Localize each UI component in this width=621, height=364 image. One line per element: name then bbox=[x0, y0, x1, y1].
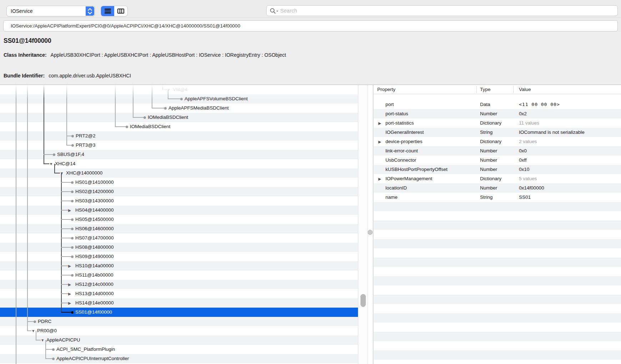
tree-connector-line bbox=[36, 331, 36, 340]
tree-connector-elbow bbox=[45, 349, 52, 350]
property-type: Dictionary bbox=[480, 174, 501, 183]
tree-item-label[interactable]: XHC@14000000 bbox=[66, 168, 102, 178]
property-row[interactable]: ▶port-statisticsDictionary11 values bbox=[374, 118, 621, 128]
tree-item-label[interactable]: AppleAPFSMediaBSDClient bbox=[168, 103, 229, 113]
property-name: IOGeneralInterest bbox=[385, 128, 424, 137]
property-row[interactable]: ▶IOPowerManagementDictionary5 values bbox=[374, 174, 621, 183]
property-row[interactable]: link-error-countNumber0x0 bbox=[374, 146, 621, 156]
column-view-icon bbox=[117, 9, 124, 14]
property-row[interactable]: kUSBHostPortPropertyOffsetNumber0x10 bbox=[374, 165, 621, 174]
disclosure-triangle-expanded-icon[interactable]: ▼ bbox=[60, 171, 64, 175]
disclosure-triangle-expanded-icon[interactable]: ▼ bbox=[167, 88, 171, 91]
tree-item-label[interactable]: HS14@14e00000 bbox=[75, 298, 114, 308]
tree-item-label[interactable]: PR00@0 bbox=[37, 326, 57, 335]
properties-pane: Property Type Value portData<11 00 00 00… bbox=[374, 85, 621, 364]
toolbar: IOService Search bbox=[0, 0, 621, 18]
search-scope-chevron-icon bbox=[277, 11, 278, 12]
tree-item-label[interactable]: HS03@14300000 bbox=[75, 196, 114, 206]
tree-item-label[interactable]: HS09@14900000 bbox=[75, 252, 114, 261]
tree-item-label[interactable]: PDRC bbox=[38, 317, 51, 326]
tree-item-label[interactable]: HS08@14800000 bbox=[75, 243, 114, 252]
tree-item-label[interactable]: PRT2@2 bbox=[76, 131, 95, 141]
disclosure-triangle-collapsed-icon[interactable]: ▶ bbox=[68, 283, 71, 286]
splitter-handle[interactable] bbox=[368, 230, 373, 235]
view-mode-segmented-control bbox=[101, 6, 128, 16]
tree-item-label[interactable]: SBUS@1F,4 bbox=[57, 150, 84, 159]
tree-item-label[interactable]: VM@4 bbox=[173, 85, 187, 94]
tree-leaf-dot-icon bbox=[71, 274, 74, 277]
column-separator[interactable] bbox=[476, 86, 477, 93]
property-row[interactable]: portData<11 00 00 00> bbox=[374, 100, 621, 109]
tree-connector-elbow bbox=[61, 182, 71, 183]
tree-item-label[interactable]: AppleAPFSVolumeBSDClient bbox=[185, 94, 248, 103]
property-row[interactable]: port-statusNumber0x2 bbox=[374, 109, 621, 118]
disclosure-triangle-collapsed-icon[interactable]: ▶ bbox=[68, 292, 71, 295]
tree-item-label[interactable]: PRT3@3 bbox=[76, 141, 95, 150]
tree-connector-elbow bbox=[61, 210, 68, 211]
tree-leaf-dot-icon bbox=[52, 348, 55, 351]
bundle-identifier-label: Bundle Identifier: bbox=[4, 73, 45, 79]
class-inheritance-label: Class Inheritance: bbox=[4, 52, 47, 58]
tree-connector-elbow bbox=[44, 163, 49, 164]
tree-item-label[interactable]: HS11@14b00000 bbox=[75, 271, 113, 280]
tree-item-label[interactable]: ACPI_SMC_PlatformPlugin bbox=[56, 345, 115, 354]
tree-leaf-dot-icon bbox=[53, 153, 55, 156]
property-row[interactable]: nameStringSS01 bbox=[374, 193, 621, 202]
tree-item-label[interactable]: HS04@14400000 bbox=[75, 206, 114, 215]
tree-scrollbar-track[interactable] bbox=[358, 85, 368, 364]
list-view-button[interactable] bbox=[101, 6, 114, 16]
tree-item-label[interactable]: AppleACPICPUInterruptController bbox=[56, 354, 129, 363]
tree-connector-line bbox=[44, 85, 44, 164]
disclosure-triangle-collapsed-icon[interactable]: ▶ bbox=[68, 264, 71, 268]
tree-item-label[interactable]: HS12@14c00000 bbox=[75, 280, 113, 289]
tree-connector-elbow bbox=[152, 108, 164, 108]
property-value: SS01 bbox=[519, 193, 531, 202]
class-inheritance-line: Class Inheritance:AppleUSB30XHCIPort : A… bbox=[4, 52, 286, 58]
tree-item-label[interactable]: AppleACPICPU bbox=[46, 335, 80, 345]
tree-leaf-dot-icon bbox=[71, 228, 74, 230]
tree-item-label[interactable]: XHC@14 bbox=[55, 159, 75, 168]
column-header-value[interactable]: Value bbox=[519, 85, 531, 94]
tree-item-label[interactable]: HS10@14a00000 bbox=[75, 261, 114, 271]
bundle-identifier-line: Bundle Identifier:com.apple.driver.usb.A… bbox=[4, 73, 131, 79]
property-type: Data bbox=[480, 100, 490, 109]
tree-connector-elbow bbox=[61, 312, 71, 313]
tree-leaf-dot-icon bbox=[71, 237, 74, 239]
tree-item-label[interactable]: HS07@14700000 bbox=[75, 233, 114, 243]
tree-item-label[interactable]: HS02@14200000 bbox=[75, 187, 114, 196]
tree-item-label[interactable]: IOMediaBSDClient bbox=[148, 113, 188, 122]
property-row[interactable]: IOGeneralInterestStringIOCommand is not … bbox=[374, 128, 621, 137]
tree-item-label[interactable]: HS06@14600000 bbox=[75, 224, 114, 233]
column-separator[interactable] bbox=[513, 86, 514, 93]
tree-connector-line bbox=[115, 85, 116, 127]
tree-connector-elbow bbox=[133, 117, 143, 118]
disclosure-triangle-collapsed-icon[interactable]: ▶ bbox=[378, 121, 381, 125]
column-header-property[interactable]: Property bbox=[377, 85, 395, 94]
column-header-type[interactable]: Type bbox=[480, 85, 490, 94]
disclosure-triangle-expanded-icon[interactable]: ▼ bbox=[49, 162, 53, 166]
tree-connector-elbow bbox=[61, 238, 71, 238]
disclosure-triangle-collapsed-icon[interactable]: ▶ bbox=[378, 140, 381, 143]
search-field[interactable]: Search bbox=[266, 5, 618, 16]
disclosure-triangle-collapsed-icon[interactable]: ▶ bbox=[68, 301, 71, 305]
tree-item-label[interactable]: HS01@14100000 bbox=[75, 178, 114, 187]
property-row[interactable]: locationIDNumber0x14f00000 bbox=[374, 183, 621, 193]
property-row[interactable]: ▶device-propertiesDictionary2 values bbox=[374, 137, 621, 146]
disclosure-triangle-expanded-icon[interactable]: ▼ bbox=[31, 329, 35, 333]
tree-item-label[interactable]: HS13@14d00000 bbox=[75, 289, 114, 298]
tree-connector-elbow bbox=[61, 275, 71, 275]
plane-selector-popup[interactable]: IOService bbox=[6, 6, 95, 16]
property-name: port bbox=[385, 100, 394, 109]
registry-path-field[interactable]: IOService:/AppleACPIPlatformExpert/PCI0@… bbox=[3, 20, 618, 31]
column-view-button[interactable] bbox=[114, 6, 127, 16]
disclosure-triangle-collapsed-icon[interactable]: ▶ bbox=[378, 177, 381, 181]
tree-item-label[interactable]: SS01@14f00000 bbox=[75, 308, 112, 317]
disclosure-triangle-collapsed-icon[interactable]: ▶ bbox=[68, 208, 71, 212]
disclosure-triangle-expanded-icon[interactable]: ▼ bbox=[41, 338, 44, 342]
property-row[interactable]: UsbConnectorNumber0xff bbox=[374, 156, 621, 165]
tree-item-label[interactable]: HS05@14500000 bbox=[75, 215, 114, 224]
tree-scrollbar-thumb[interactable] bbox=[360, 294, 366, 307]
tree-leaf-dot-icon bbox=[34, 320, 36, 323]
tree-item-label[interactable]: IOMediaBSDClient bbox=[130, 122, 170, 131]
tree-leaf-dot-icon bbox=[71, 218, 74, 221]
